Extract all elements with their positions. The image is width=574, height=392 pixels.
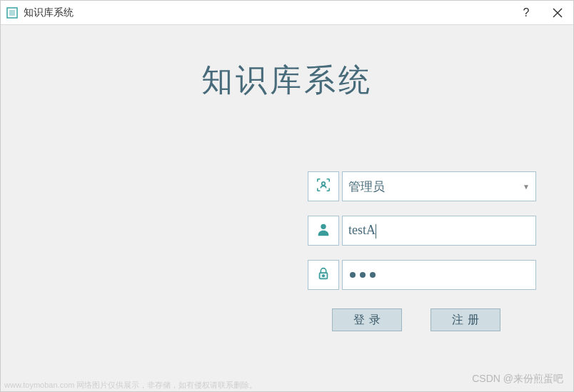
svg-rect-1 bbox=[9, 10, 15, 16]
role-row: 管理员 ▼ bbox=[308, 171, 536, 201]
password-masked bbox=[348, 272, 376, 278]
lock-icon bbox=[316, 266, 331, 284]
username-icon-box bbox=[308, 216, 339, 246]
titlebar: 知识库系统 ? bbox=[1, 1, 573, 25]
content-area: 知识库系统 管理员 ▼ bbox=[1, 25, 573, 391]
svg-point-7 bbox=[323, 275, 324, 276]
page-title: 知识库系统 bbox=[1, 25, 573, 101]
login-form: 管理员 ▼ testA bbox=[308, 171, 536, 331]
role-selected-label: 管理员 bbox=[348, 179, 523, 195]
titlebar-controls: ? bbox=[510, 1, 573, 24]
username-row: testA bbox=[308, 216, 536, 246]
role-icon-box bbox=[308, 171, 339, 201]
password-icon-box bbox=[308, 260, 339, 290]
role-select[interactable]: 管理员 ▼ bbox=[342, 171, 536, 201]
login-button[interactable]: 登录 bbox=[332, 308, 402, 331]
close-button[interactable] bbox=[542, 1, 573, 25]
app-icon bbox=[6, 7, 18, 19]
button-row: 登录 注册 bbox=[308, 308, 536, 331]
user-icon bbox=[316, 221, 331, 240]
watermark-bottom-right: CSDN @来份煎蛋吧 bbox=[472, 373, 563, 386]
text-caret bbox=[376, 224, 376, 238]
login-window: 知识库系统 ? 知识库系统 bbox=[0, 0, 574, 392]
register-button[interactable]: 注册 bbox=[430, 308, 500, 331]
watermark-bottom-left: www.toymoban.com 网络图片仅供展示，非存储，如有侵权请联系删除。 bbox=[4, 380, 257, 391]
username-value: testA bbox=[348, 223, 530, 238]
password-row bbox=[308, 260, 536, 290]
username-input-box[interactable]: testA bbox=[342, 216, 536, 246]
help-button[interactable]: ? bbox=[510, 1, 542, 25]
password-input-box[interactable] bbox=[342, 260, 536, 290]
svg-point-5 bbox=[321, 224, 326, 229]
chevron-down-icon: ▼ bbox=[523, 183, 530, 191]
svg-point-4 bbox=[322, 182, 326, 186]
window-title: 知识库系统 bbox=[24, 6, 510, 19]
user-scan-icon bbox=[316, 177, 331, 196]
